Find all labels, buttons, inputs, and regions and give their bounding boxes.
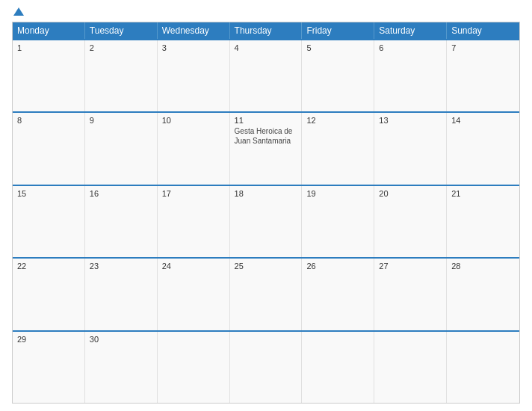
calendar-header: MondayTuesdayWednesdayThursdayFridaySatu… xyxy=(13,22,519,39)
calendar-cell: 3 xyxy=(158,40,230,111)
calendar-cell: 2 xyxy=(85,40,158,111)
header-day-friday: Friday xyxy=(302,22,374,39)
calendar-cell: 30 xyxy=(85,332,158,403)
day-number: 30 xyxy=(90,335,152,344)
header-day-wednesday: Wednesday xyxy=(158,22,230,39)
calendar-cell: 27 xyxy=(374,259,447,330)
day-number: 9 xyxy=(90,116,152,125)
calendar-cell: 10 xyxy=(158,113,230,184)
page: MondayTuesdayWednesdayThursdayFridaySatu… xyxy=(0,0,532,411)
header xyxy=(12,7,520,16)
header-day-thursday: Thursday xyxy=(230,22,303,39)
day-number: 26 xyxy=(306,262,369,271)
calendar-cell: 29 xyxy=(13,332,85,403)
header-day-sunday: Sunday xyxy=(447,22,519,39)
calendar-cell: 24 xyxy=(158,259,230,330)
calendar-cell: 11Gesta Heroica de Juan Santamaria xyxy=(230,113,303,184)
header-day-tuesday: Tuesday xyxy=(85,22,158,39)
calendar-week-3: 15161718192021 xyxy=(13,185,519,257)
calendar-cell: 13 xyxy=(374,113,447,184)
day-number: 14 xyxy=(451,116,515,125)
day-number: 17 xyxy=(162,189,225,198)
calendar-cell: 15 xyxy=(13,186,85,257)
day-number: 8 xyxy=(17,116,80,125)
day-number: 11 xyxy=(235,116,297,125)
calendar-week-5: 2930 xyxy=(13,330,519,403)
calendar-cell: 21 xyxy=(447,186,519,257)
day-number: 2 xyxy=(90,43,152,52)
day-number: 24 xyxy=(162,262,225,271)
calendar-cell: 1 xyxy=(13,40,85,111)
day-number: 4 xyxy=(235,43,297,52)
logo-triangle-icon xyxy=(13,7,24,16)
calendar-cell: 19 xyxy=(302,186,374,257)
day-number: 1 xyxy=(17,43,80,52)
calendar-cell: 16 xyxy=(85,186,158,257)
calendar-cell xyxy=(374,332,447,403)
logo xyxy=(12,7,24,16)
day-number: 23 xyxy=(90,262,152,271)
calendar-cell: 23 xyxy=(85,259,158,330)
calendar-cell: 8 xyxy=(13,113,85,184)
day-number: 7 xyxy=(451,43,515,52)
calendar-week-4: 22232425262728 xyxy=(13,257,519,330)
day-number: 15 xyxy=(17,189,80,198)
calendar-cell: 7 xyxy=(447,40,519,111)
day-number: 19 xyxy=(306,189,369,198)
calendar-cell: 5 xyxy=(302,40,374,111)
calendar-cell: 6 xyxy=(374,40,447,111)
calendar-cell: 26 xyxy=(302,259,374,330)
day-number: 13 xyxy=(379,116,442,125)
day-number: 12 xyxy=(306,116,369,125)
day-number: 25 xyxy=(235,262,297,271)
calendar: MondayTuesdayWednesdayThursdayFridaySatu… xyxy=(12,22,520,404)
calendar-cell: 17 xyxy=(158,186,230,257)
calendar-cell xyxy=(230,332,303,403)
calendar-cell: 12 xyxy=(302,113,374,184)
day-number: 21 xyxy=(451,189,515,198)
header-day-saturday: Saturday xyxy=(374,22,447,39)
calendar-cell xyxy=(447,332,519,403)
day-number: 22 xyxy=(17,262,80,271)
calendar-cell: 18 xyxy=(230,186,303,257)
header-day-monday: Monday xyxy=(13,22,85,39)
day-number: 28 xyxy=(451,262,515,271)
day-number: 3 xyxy=(162,43,225,52)
day-number: 6 xyxy=(379,43,442,52)
event-label: Gesta Heroica de Juan Santamaria xyxy=(235,126,297,146)
calendar-cell: 28 xyxy=(447,259,519,330)
calendar-week-2: 891011Gesta Heroica de Juan Santamaria12… xyxy=(13,111,519,184)
day-number: 16 xyxy=(90,189,152,198)
calendar-cell: 9 xyxy=(85,113,158,184)
calendar-cell: 25 xyxy=(230,259,303,330)
day-number: 18 xyxy=(235,189,297,198)
calendar-cell: 22 xyxy=(13,259,85,330)
calendar-cell xyxy=(302,332,374,403)
day-number: 10 xyxy=(162,116,225,125)
day-number: 27 xyxy=(379,262,442,271)
day-number: 29 xyxy=(17,335,80,344)
calendar-week-1: 1234567 xyxy=(13,39,519,111)
calendar-cell: 4 xyxy=(230,40,303,111)
calendar-body: 1234567891011Gesta Heroica de Juan Santa… xyxy=(13,39,519,403)
calendar-cell: 20 xyxy=(374,186,447,257)
day-number: 20 xyxy=(379,189,442,198)
day-number: 5 xyxy=(306,43,369,52)
calendar-cell xyxy=(158,332,230,403)
calendar-cell: 14 xyxy=(447,113,519,184)
